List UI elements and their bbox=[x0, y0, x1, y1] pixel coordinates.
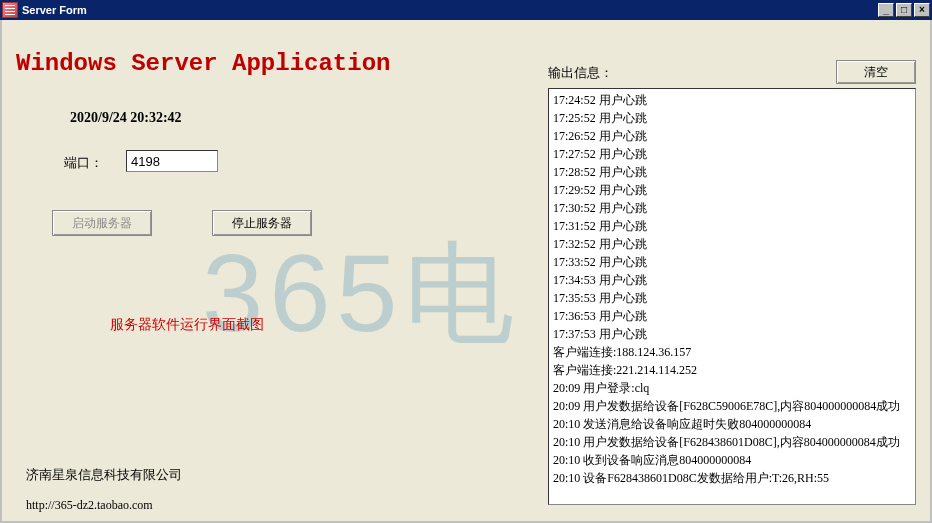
app-heading: Windows Server Application bbox=[16, 50, 390, 77]
log-line[interactable]: 17:28:52 用户心跳 bbox=[553, 163, 911, 181]
log-line[interactable]: 客户端连接:221.214.114.252 bbox=[553, 361, 911, 379]
log-line[interactable]: 17:27:52 用户心跳 bbox=[553, 145, 911, 163]
titlebar: Server Form _ □ × bbox=[0, 0, 932, 20]
port-label: 端口： bbox=[64, 154, 103, 172]
log-line[interactable]: 17:34:53 用户心跳 bbox=[553, 271, 911, 289]
log-line[interactable]: 17:25:52 用户心跳 bbox=[553, 109, 911, 127]
log-line[interactable]: 20:09 用户登录:clq bbox=[553, 379, 911, 397]
window-title: Server Form bbox=[22, 4, 876, 16]
log-line[interactable]: 17:30:52 用户心跳 bbox=[553, 199, 911, 217]
log-line[interactable]: 20:10 发送消息给设备响应超时失败804000000084 bbox=[553, 415, 911, 433]
log-line[interactable]: 17:35:53 用户心跳 bbox=[553, 289, 911, 307]
start-server-button[interactable]: 启动服务器 bbox=[52, 210, 152, 236]
port-input[interactable] bbox=[126, 150, 218, 172]
maximize-button[interactable]: □ bbox=[896, 3, 912, 17]
log-line[interactable]: 17:36:53 用户心跳 bbox=[553, 307, 911, 325]
url-label: http://365-dz2.taobao.com bbox=[26, 498, 153, 513]
stop-server-button[interactable]: 停止服务器 bbox=[212, 210, 312, 236]
log-line[interactable]: 20:10 用户发数据给设备[F628438601D08C],内容8040000… bbox=[553, 433, 911, 451]
log-listbox[interactable]: 17:24:52 用户心跳17:25:52 用户心跳17:26:52 用户心跳1… bbox=[548, 88, 916, 505]
close-button[interactable]: × bbox=[914, 3, 930, 17]
log-line[interactable]: 17:31:52 用户心跳 bbox=[553, 217, 911, 235]
datetime-label: 2020/9/24 20:32:42 bbox=[70, 110, 182, 126]
clear-button[interactable]: 清空 bbox=[836, 60, 916, 84]
watermark: 365电 bbox=[202, 220, 520, 369]
log-line[interactable]: 17:24:52 用户心跳 bbox=[553, 91, 911, 109]
log-line[interactable]: 17:26:52 用户心跳 bbox=[553, 127, 911, 145]
log-line[interactable]: 20:10 设备F628438601D08C发数据给用户:T:26,RH:55 bbox=[553, 469, 911, 487]
output-label: 输出信息： bbox=[548, 64, 613, 82]
screenshot-caption: 服务器软件运行界面截图 bbox=[110, 316, 264, 334]
app-icon bbox=[2, 2, 18, 18]
company-label: 济南星泉信息科技有限公司 bbox=[26, 466, 182, 484]
minimize-button[interactable]: _ bbox=[878, 3, 894, 17]
client-area: 365电 Windows Server Application 2020/9/2… bbox=[0, 20, 932, 523]
log-line[interactable]: 17:37:53 用户心跳 bbox=[553, 325, 911, 343]
log-line[interactable]: 17:29:52 用户心跳 bbox=[553, 181, 911, 199]
log-line[interactable]: 客户端连接:188.124.36.157 bbox=[553, 343, 911, 361]
log-line[interactable]: 20:09 用户发数据给设备[F628C59006E78C],内容8040000… bbox=[553, 397, 911, 415]
log-line[interactable]: 17:33:52 用户心跳 bbox=[553, 253, 911, 271]
log-line[interactable]: 17:32:52 用户心跳 bbox=[553, 235, 911, 253]
log-line[interactable]: 20:10 收到设备响应消息804000000084 bbox=[553, 451, 911, 469]
